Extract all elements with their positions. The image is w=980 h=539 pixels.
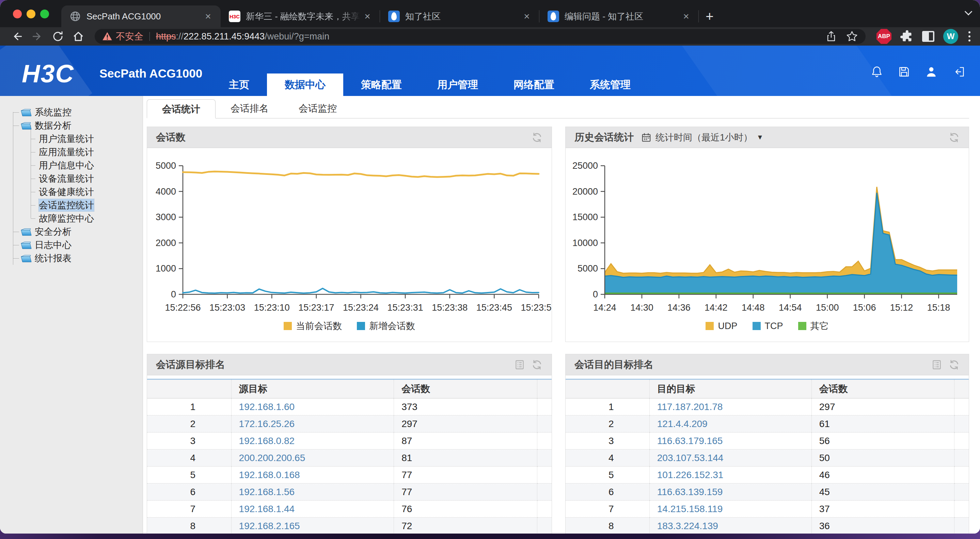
sidebar-item-10[interactable]: 日志中心 (0, 238, 143, 252)
report-list-icon[interactable] (514, 359, 525, 370)
session-count-cell: 61 (811, 415, 954, 433)
svg-text:0: 0 (171, 289, 176, 300)
target-ip-cell: 116.63.139.159 (649, 484, 811, 501)
side-panel-icon[interactable] (922, 31, 934, 42)
sidebar-item-5[interactable]: 设备流量统计 (0, 172, 143, 185)
legend-item[interactable]: 其它 (798, 320, 829, 332)
reload-button[interactable] (49, 29, 67, 44)
empty-cell (537, 415, 552, 433)
subtab-0[interactable]: 会话统计 (147, 99, 216, 119)
sidebar-item-label: 用户流量统计 (39, 133, 94, 145)
address-bar[interactable]: 不安全 https://222.85.211.45:9443/webui/?g=… (95, 29, 865, 44)
empty-cell (954, 415, 969, 433)
column-header (537, 379, 552, 398)
browser-tab-zhiliao[interactable]: 知了社区 × (380, 5, 539, 27)
browser-tab-h3c-site[interactable]: H3C 新华三 - 融绘数字未来，共享美好 × (221, 5, 380, 27)
subtab-2[interactable]: 会话监控 (284, 99, 352, 118)
adblock-extension-icon[interactable]: ABP (877, 29, 891, 44)
subtab-1[interactable]: 会话排名 (216, 99, 284, 118)
nav-item-1[interactable]: 数据中心 (267, 73, 343, 96)
url-host: 222.85.211.45:9443 (183, 31, 264, 42)
refresh-icon[interactable] (531, 359, 543, 371)
user-account-icon[interactable] (925, 65, 938, 78)
notification-bell-icon[interactable] (870, 65, 883, 78)
ip-link[interactable]: 101.226.152.31 (657, 469, 724, 480)
sidebar-item-11[interactable]: 统计报表 (0, 252, 143, 265)
home-button[interactable] (70, 29, 87, 44)
sidebar-item-2[interactable]: 用户流量统计 (0, 132, 143, 145)
nav-item-4[interactable]: 网络配置 (496, 73, 572, 96)
report-list-icon[interactable] (931, 359, 942, 370)
share-icon[interactable] (826, 31, 837, 42)
sidebar-item-4[interactable]: 用户信息中心 (0, 159, 143, 172)
traffic-lights (13, 10, 49, 18)
legend-item[interactable]: 当前会话数 (284, 320, 342, 332)
session-count-cell: 77 (394, 484, 537, 501)
main-nav: 主页数据中心策略配置用户管理网络配置系统管理 (211, 73, 648, 96)
rank-cell: 2 (566, 415, 649, 433)
zoom-window-button[interactable] (40, 10, 49, 18)
ip-link[interactable]: 200.200.200.65 (239, 453, 305, 463)
sidebar-item-7[interactable]: 会话监控统计 (0, 198, 143, 212)
legend-item[interactable]: TCP (752, 320, 783, 332)
security-warning[interactable]: 不安全 (102, 30, 143, 43)
close-window-button[interactable] (13, 10, 22, 18)
rank-cell: 7 (566, 501, 649, 518)
legend-item[interactable]: UDP (706, 320, 737, 332)
refresh-icon[interactable] (948, 359, 960, 371)
folder-icon (20, 121, 32, 130)
close-tab-icon[interactable]: × (680, 10, 693, 23)
ip-link[interactable]: 116.63.139.159 (657, 487, 723, 497)
panel-source-rank: 会话源目标排名 源目标会话数1192.168.1.603732172.16.25… (147, 354, 552, 534)
session-count-cell: 36 (811, 518, 954, 534)
empty-cell (537, 450, 552, 466)
ip-link[interactable]: 117.187.201.78 (657, 401, 723, 412)
sidebar-item-1[interactable]: 数据分析 (0, 119, 143, 132)
time-range-selector[interactable]: 统计时间（最近1小时） ▼ (641, 132, 764, 144)
nav-item-5[interactable]: 系统管理 (572, 73, 648, 96)
ip-link[interactable]: 192.168.0.168 (239, 469, 300, 480)
ip-link[interactable]: 183.3.224.139 (657, 521, 718, 531)
nav-item-0[interactable]: 主页 (211, 73, 267, 96)
sidebar-item-3[interactable]: 应用流量统计 (0, 145, 143, 159)
close-tab-icon[interactable]: × (520, 10, 533, 23)
refresh-icon[interactable] (948, 132, 960, 143)
ip-link[interactable]: 192.168.0.82 (239, 436, 295, 446)
sidebar-item-6[interactable]: 设备健康统计 (0, 185, 143, 198)
sidebar-item-8[interactable]: 故障监控中心 (0, 212, 143, 225)
ip-link[interactable]: 121.4.4.209 (657, 419, 708, 429)
ip-link[interactable]: 192.168.1.44 (239, 504, 295, 514)
app-header: H3C SecPath ACG1000 主页数据中心策略配置用户管理网络配置系统… (0, 46, 980, 96)
browser-tab-edit-question[interactable]: 编辑问题 - 知了社区 × (539, 5, 699, 27)
sidebar-item-0[interactable]: 系统监控 (0, 106, 143, 119)
new-tab-button[interactable]: + (699, 5, 721, 27)
logout-icon[interactable] (952, 65, 965, 78)
rank-cell: 1 (147, 398, 231, 415)
minimize-window-button[interactable] (27, 10, 35, 18)
legend-item[interactable]: 新增会话数 (357, 320, 415, 332)
ip-link[interactable]: 192.168.1.60 (239, 401, 295, 412)
ip-link[interactable]: 14.215.158.119 (657, 504, 723, 514)
ip-link[interactable]: 116.63.179.165 (657, 436, 723, 446)
nav-item-2[interactable]: 策略配置 (343, 73, 420, 96)
back-button[interactable] (8, 29, 26, 44)
bookmark-star-icon[interactable] (846, 30, 858, 43)
table-row: 8192.168.2.16572 (147, 518, 552, 534)
ip-link[interactable]: 192.168.2.165 (239, 521, 300, 531)
browser-menu-icon[interactable] (967, 30, 972, 43)
forward-button[interactable] (29, 29, 46, 44)
nav-item-3[interactable]: 用户管理 (420, 73, 496, 96)
ip-link[interactable]: 203.107.53.144 (657, 453, 724, 463)
refresh-icon[interactable] (531, 132, 543, 143)
ip-link[interactable]: 192.168.1.56 (239, 487, 295, 497)
sidebar-item-9[interactable]: 安全分析 (0, 225, 143, 238)
browser-tab-secpath[interactable]: SecPath ACG1000 × (61, 5, 221, 27)
extensions-puzzle-icon[interactable] (900, 30, 913, 43)
tab-search-chevron-icon[interactable] (965, 8, 972, 16)
close-tab-icon[interactable]: × (361, 10, 374, 23)
ip-link[interactable]: 172.16.25.26 (239, 419, 295, 429)
save-config-icon[interactable] (897, 65, 910, 78)
session-count-cell: 297 (811, 398, 954, 415)
close-tab-icon[interactable]: × (202, 10, 215, 23)
profile-avatar[interactable]: W (943, 29, 958, 44)
